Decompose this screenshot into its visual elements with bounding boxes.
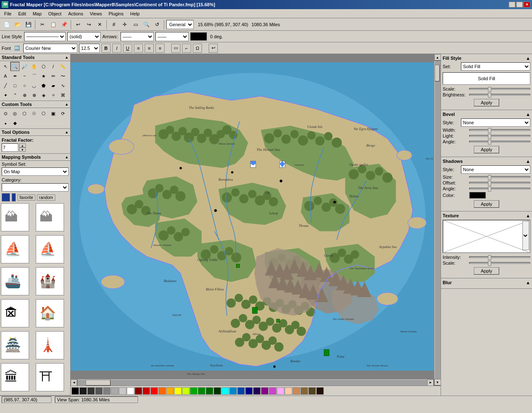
symbol-item-5[interactable]: 🚢	[1, 267, 29, 295]
brightness-slider[interactable]	[469, 94, 530, 96]
color-swatch[interactable]	[143, 387, 150, 395]
copy-button[interactable]: 📋	[48, 20, 58, 30]
color-swatch[interactable]	[182, 387, 190, 395]
underline-button[interactable]: U	[123, 44, 132, 53]
scroll-left-button[interactable]: ◄	[71, 379, 77, 386]
apply-shadow-button[interactable]: Apply	[474, 200, 500, 208]
scale-slider[interactable]	[469, 88, 530, 90]
open-button[interactable]: 📂	[12, 20, 22, 30]
fractal-value-input[interactable]	[2, 143, 18, 152]
map-canvas[interactable]: The Sakling Banks The Henset Sea The Arr…	[71, 54, 434, 379]
tool-freehand[interactable]: ✏	[49, 71, 58, 81]
menu-file[interactable]: File	[1, 10, 15, 17]
zoom-button[interactable]: 🔍	[141, 20, 151, 30]
symbol-color-box2[interactable]	[12, 193, 16, 202]
color-swatch[interactable]	[261, 387, 268, 395]
delete-button[interactable]: ✕	[95, 20, 105, 30]
tool-text[interactable]: A	[1, 71, 10, 81]
color-swatch[interactable]	[79, 387, 87, 395]
custom-tool-7[interactable]: ⟳	[58, 109, 67, 118]
symbol-set-select[interactable]: On Map	[2, 167, 69, 176]
scroll-h-thumb[interactable]	[86, 380, 111, 386]
layer-select[interactable]: General	[166, 20, 194, 29]
shadow-style-select[interactable]: None	[461, 165, 530, 174]
tool-pen[interactable]: ✒	[10, 71, 20, 81]
custom-tool-4[interactable]: ☉	[30, 109, 39, 118]
symbol-button[interactable]: Ω	[193, 44, 202, 53]
apply-fill-button[interactable]: Apply	[474, 99, 500, 106]
tool-pointer[interactable]: ↖	[1, 62, 10, 71]
shadow-offset-slider[interactable]	[469, 182, 530, 184]
color-swatch[interactable]	[71, 387, 79, 395]
symbol-item-10[interactable]: 🗼	[36, 331, 64, 359]
symbol-item-11[interactable]: 🏛	[1, 363, 29, 391]
color-swatch[interactable]	[119, 387, 126, 395]
color-swatch[interactable]	[166, 387, 174, 395]
custom-tool-8[interactable]: ⬥	[1, 118, 10, 128]
tool-rect[interactable]: □	[10, 81, 20, 90]
align-right-button[interactable]: ≡	[155, 44, 165, 53]
tool-bezier[interactable]: ~	[20, 71, 29, 81]
symbol-item-8[interactable]: 🏠	[36, 299, 64, 327]
custom-tool-3[interactable]: ⬡	[20, 109, 29, 118]
tex-scale-slider[interactable]	[469, 262, 530, 264]
color-swatch[interactable]	[111, 387, 118, 395]
apply-texture-button[interactable]: Apply	[474, 267, 500, 275]
tool-node[interactable]: ⬡	[39, 62, 48, 71]
color-swatch[interactable]	[190, 387, 197, 395]
color-swatch[interactable]	[222, 387, 229, 395]
shadows-collapse[interactable]: ▲	[526, 159, 530, 164]
menu-edit[interactable]: Edit	[15, 10, 30, 17]
tool-wave[interactable]: ∿	[58, 81, 67, 90]
color-swatch[interactable]	[285, 387, 292, 395]
font-size-select[interactable]: 12.5	[79, 44, 100, 53]
custom-tool-5[interactable]: ⎔	[39, 109, 48, 118]
color-swatch[interactable]	[206, 387, 213, 395]
tool-zoom-out[interactable]: 🔎	[20, 62, 29, 71]
tool-magic-wand[interactable]: ✧	[49, 91, 58, 100]
menu-object[interactable]: Object	[45, 10, 65, 17]
symbol-item-1[interactable]: 🏔	[1, 203, 29, 231]
symbol-item-12[interactable]: ⛩	[36, 363, 64, 391]
color-swatch[interactable]	[127, 387, 134, 395]
bold-button[interactable]: B	[101, 44, 111, 53]
align-center-button[interactable]: ≡	[145, 44, 154, 53]
symbol-item-9[interactable]: 🏯	[1, 331, 29, 359]
texture-scroll[interactable]	[522, 221, 529, 250]
undo-font-button[interactable]: ↩	[209, 44, 218, 53]
symbol-item-7[interactable]: 🏚	[1, 299, 29, 327]
grid-button[interactable]: #	[109, 20, 119, 30]
tool-frac-poly[interactable]: ✦	[1, 91, 10, 100]
tool-knife[interactable]: /	[49, 62, 58, 71]
tool-hand[interactable]: ✋	[30, 62, 39, 71]
color-swatch[interactable]	[135, 387, 142, 395]
favorite-button[interactable]: favorite	[17, 194, 35, 201]
color-swatch[interactable]	[87, 387, 95, 395]
minimize-button[interactable]: _	[509, 2, 515, 7]
fill-style-collapse[interactable]: ▲	[526, 56, 530, 61]
move-button[interactable]: ✛	[120, 20, 130, 30]
bevel-angle-slider[interactable]	[469, 141, 530, 143]
shadow-size-slider[interactable]	[469, 176, 530, 178]
blur-collapse[interactable]: ▲	[526, 280, 530, 285]
custom-tool-9[interactable]: ◆	[10, 118, 20, 128]
category-select[interactable]	[2, 183, 69, 192]
close-button[interactable]: ✕	[524, 2, 530, 7]
color-swatch[interactable]	[198, 387, 205, 395]
bevel-width-slider[interactable]	[469, 129, 530, 131]
custom-tool-6[interactable]: ▣	[49, 109, 58, 118]
tool-connect[interactable]: ⊕	[20, 91, 29, 100]
redo-button[interactable]: ↪	[84, 20, 94, 30]
texture-collapse[interactable]: ▲	[526, 213, 530, 218]
custom-tool-2[interactable]: ◎	[10, 109, 20, 118]
arrow-right-select[interactable]: ——	[155, 32, 189, 41]
text-wrap-button[interactable]: ⌐	[182, 44, 191, 53]
color-swatch[interactable]	[308, 387, 316, 395]
undo-button[interactable]: ↩	[73, 20, 83, 30]
bevel-style-select[interactable]: None	[461, 118, 530, 127]
fractal-down-button[interactable]: ▼	[19, 148, 26, 152]
symbol-item-4[interactable]: ⛵	[36, 235, 64, 263]
symbol-item-6[interactable]: 🏰	[36, 267, 64, 295]
line-solid-select[interactable]: (solid)	[67, 32, 101, 41]
color-swatch[interactable]	[300, 387, 308, 395]
